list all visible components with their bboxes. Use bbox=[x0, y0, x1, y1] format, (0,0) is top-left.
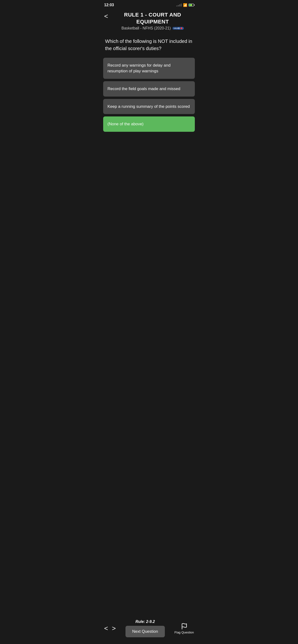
answer-option-a[interactable]: Record any warnings for delay and resump… bbox=[103, 58, 195, 79]
battery-icon: ⚡ bbox=[189, 4, 194, 6]
answers-container: Record any warnings for delay and resump… bbox=[99, 58, 199, 132]
answer-option-c[interactable]: Keep a running summary of the points sco… bbox=[103, 99, 195, 114]
status-icons: 📶 ⚡ bbox=[176, 3, 194, 7]
header-subtitle: Basketball - NFHS (2020-21) IAAB bbox=[114, 26, 192, 30]
wifi-icon: 📶 bbox=[183, 3, 187, 7]
signal-icon bbox=[176, 4, 182, 6]
subtitle-text: Basketball - NFHS (2020-21) bbox=[121, 26, 171, 30]
iaab-badge: IAAB bbox=[172, 27, 184, 30]
answer-option-b[interactable]: Record the field goals made and missed bbox=[103, 81, 195, 96]
rule-title: RULE 1 - COURT AND EQUIPMENT bbox=[114, 12, 192, 25]
status-time: 12:03 bbox=[104, 3, 114, 7]
back-button[interactable]: < bbox=[104, 12, 111, 20]
status-bar: 12:03 📶 ⚡ bbox=[99, 0, 199, 9]
header: < RULE 1 - COURT AND EQUIPMENT Basketbal… bbox=[99, 9, 199, 35]
header-title-container: RULE 1 - COURT AND EQUIPMENT Basketball … bbox=[111, 12, 194, 30]
answer-option-d[interactable]: (None of the above) bbox=[103, 116, 195, 132]
iaab-dot-red bbox=[181, 27, 182, 29]
question-text: Which of the following is NOT included i… bbox=[105, 38, 193, 52]
question-container: Which of the following is NOT included i… bbox=[99, 35, 199, 58]
